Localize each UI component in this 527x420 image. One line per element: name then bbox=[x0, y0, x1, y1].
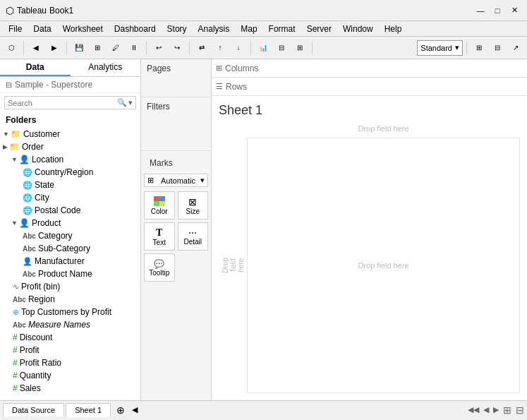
toolbar-fixed-btn[interactable]: ⊞ bbox=[291, 40, 308, 56]
marks-detail-btn[interactable]: ⋯ Detail bbox=[178, 222, 209, 251]
tab-analytics[interactable]: Analytics bbox=[71, 59, 141, 76]
menu-analysis[interactable]: Analysis bbox=[193, 23, 236, 35]
marks-type-label: Automatic bbox=[161, 176, 195, 185]
menu-window[interactable]: Window bbox=[337, 23, 379, 35]
tree-city[interactable]: 🌐 City bbox=[0, 191, 140, 204]
toolbar-pause-btn[interactable]: ⏸ bbox=[126, 40, 143, 56]
toolbar-save-btn[interactable]: 💾 bbox=[71, 40, 87, 56]
tree-discount[interactable]: # Discount bbox=[0, 331, 140, 344]
tab-data-source[interactable]: Data Source bbox=[3, 403, 64, 416]
marks-section: Marks ⊞ Automatic ▾ Color bbox=[141, 151, 211, 284]
tree-subcategory[interactable]: Abc Sub-Category bbox=[0, 242, 140, 255]
tree-productname[interactable]: Abc Product Name bbox=[0, 268, 140, 280]
marks-color-btn[interactable]: Color bbox=[144, 191, 175, 220]
toolbar-forward-btn[interactable]: ▶ bbox=[46, 40, 63, 56]
search-options-icon[interactable]: ▾ bbox=[128, 98, 133, 107]
menu-file[interactable]: File bbox=[3, 23, 28, 35]
toolbar-add-btn[interactable]: ⊞ bbox=[89, 40, 106, 56]
menu-server[interactable]: Server bbox=[301, 23, 337, 35]
tree-topcustomers[interactable]: ⊕ Top Customers by Profit bbox=[0, 306, 140, 318]
menu-dashboard[interactable]: Dashboard bbox=[109, 23, 162, 35]
grid-view-icon[interactable]: ⊞ bbox=[503, 404, 511, 416]
menu-help[interactable]: Help bbox=[379, 23, 408, 35]
drop-field-left[interactable]: Dropfieldhere bbox=[222, 258, 245, 273]
size-label: Size bbox=[186, 208, 200, 215]
toolbar-standard-dropdown[interactable]: Standard ▾ bbox=[417, 40, 463, 56]
toolbar-view-btn[interactable]: ⊞ bbox=[471, 40, 487, 56]
detail-icon: ⋯ bbox=[188, 228, 197, 238]
toolbar-table-btn[interactable]: ⊟ bbox=[273, 40, 290, 56]
tree-profitratio[interactable]: # Profit Ratio bbox=[0, 356, 140, 369]
tree-manufacturer[interactable]: 👤 Manufacturer bbox=[0, 255, 140, 268]
tree-sales[interactable]: # Sales bbox=[0, 382, 140, 395]
toolbar-datasource-btn[interactable]: ⬡ bbox=[3, 40, 20, 56]
marks-tooltip-btn[interactable]: 💬 Tooltip bbox=[144, 253, 175, 282]
toolbar-redo-btn[interactable]: ↪ bbox=[169, 40, 186, 56]
search-input[interactable] bbox=[8, 99, 117, 107]
menu-map[interactable]: Map bbox=[235, 23, 262, 35]
parameters-label: Parameters bbox=[0, 395, 140, 400]
sheet-title: Sheet 1 bbox=[219, 103, 520, 118]
maximize-button[interactable]: □ bbox=[490, 4, 504, 17]
toolbar-sort-desc-btn[interactable]: ↓ bbox=[230, 40, 247, 56]
list-view-icon[interactable]: ⊟ bbox=[516, 404, 524, 416]
tree-state[interactable]: 🌐 State bbox=[0, 179, 140, 191]
toolbar-sep-1 bbox=[23, 41, 24, 55]
toolbar-chart-btn[interactable]: 📊 bbox=[255, 40, 272, 56]
marks-size-btn[interactable]: ⊠ Size bbox=[178, 191, 209, 220]
toolbar-sort-asc-btn[interactable]: ↑ bbox=[212, 40, 229, 56]
toolbar-swap-btn[interactable]: ⇄ bbox=[193, 40, 210, 56]
close-button[interactable]: ✕ bbox=[507, 4, 521, 17]
tree-quantity[interactable]: # Quantity bbox=[0, 369, 140, 382]
drop-field-top[interactable]: Drop field here bbox=[358, 124, 408, 133]
folder-product[interactable]: ▼ 👤 Product bbox=[0, 217, 140, 229]
folder-icon: 📁 bbox=[11, 129, 21, 139]
folder-customer[interactable]: ▼ 📁 Customer bbox=[0, 128, 140, 140]
rows-icon: ☰ bbox=[216, 82, 223, 91]
menu-story[interactable]: Story bbox=[162, 23, 193, 35]
datasource-name: Sample - Superstore bbox=[15, 80, 92, 90]
toolbar-share-btn[interactable]: ↗ bbox=[507, 40, 524, 56]
folder-location[interactable]: ▼ 👤 Location bbox=[0, 153, 140, 166]
status-right-controls: ◀◀ ◀ ▶ ⊞ ⊟ bbox=[468, 404, 524, 416]
tree-category[interactable]: Abc Category bbox=[0, 229, 140, 242]
menu-format[interactable]: Format bbox=[263, 23, 301, 35]
calc-icon-top: ⊕ bbox=[13, 308, 19, 317]
app-name: Tableau bbox=[17, 6, 47, 16]
folders-label: Folders bbox=[0, 112, 140, 128]
marks-text-btn[interactable]: T Text bbox=[144, 222, 175, 251]
discount-label: Discount bbox=[20, 332, 53, 342]
toolbar-device-btn[interactable]: ⊟ bbox=[489, 40, 506, 56]
country-label: Country/Region bbox=[35, 167, 93, 177]
text-icon: T bbox=[156, 227, 162, 239]
nav-first-icon[interactable]: ◀◀ bbox=[468, 405, 479, 414]
add-sheet-icon[interactable]: ⊕ bbox=[112, 403, 129, 417]
drop-field-center[interactable]: Drop field here bbox=[358, 261, 408, 270]
tree-postal[interactable]: 🌐 Postal Code bbox=[0, 204, 140, 217]
folder-order[interactable]: ▶ 📁 Order bbox=[0, 140, 140, 153]
columns-shelf: ⊞ Columns bbox=[212, 59, 527, 78]
toolbar-addcalc-btn[interactable]: 🖊 bbox=[107, 40, 124, 56]
tree-profit[interactable]: # Profit bbox=[0, 344, 140, 356]
toolbar-undo-btn[interactable]: ↩ bbox=[150, 40, 167, 56]
minimize-button[interactable]: — bbox=[473, 4, 487, 17]
product-expand-arrow: ▼ bbox=[11, 220, 18, 227]
color-icon bbox=[154, 196, 165, 208]
tree-region[interactable]: Abc Region bbox=[0, 293, 140, 306]
svg-rect-0 bbox=[154, 196, 159, 201]
menu-data[interactable]: Data bbox=[28, 23, 56, 35]
hash-icon-sales: # bbox=[13, 383, 18, 393]
nav-prev-icon[interactable]: ◀ bbox=[483, 405, 489, 414]
tab-sheet1[interactable]: Sheet 1 bbox=[66, 403, 111, 417]
svg-rect-1 bbox=[159, 196, 165, 201]
person-icon-product: 👤 bbox=[19, 218, 30, 228]
tree-profitbin[interactable]: ∿ Profit (bin) bbox=[0, 280, 140, 293]
tab-data[interactable]: Data bbox=[0, 59, 71, 76]
marks-type-dropdown[interactable]: ⊞ Automatic ▾ bbox=[144, 174, 208, 187]
toolbar-back-btn[interactable]: ◀ bbox=[28, 40, 44, 56]
nav-next-icon[interactable]: ▶ bbox=[493, 405, 499, 414]
scroll-sheet-left-icon[interactable]: ◀ bbox=[129, 404, 140, 416]
menu-worksheet[interactable]: Worksheet bbox=[57, 23, 109, 35]
tree-measurenames[interactable]: Abc Measure Names bbox=[0, 318, 140, 331]
tree-country[interactable]: 🌐 Country/Region bbox=[0, 166, 140, 179]
